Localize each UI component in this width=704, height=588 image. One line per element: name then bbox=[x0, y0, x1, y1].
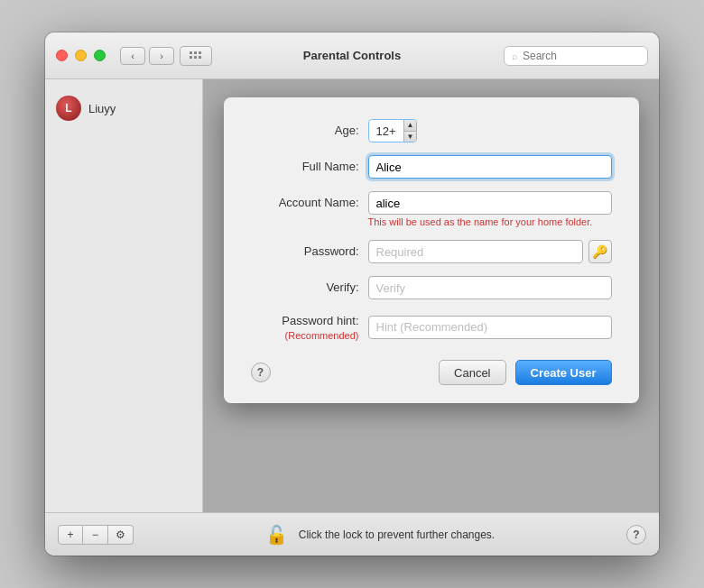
password-field-group: 🔑 bbox=[368, 240, 612, 263]
fullname-row: Full Name: bbox=[251, 155, 612, 179]
verify-input[interactable] bbox=[368, 276, 612, 299]
accountname-hint: This will be used as the name for your h… bbox=[251, 216, 612, 227]
window-title: Parental Controls bbox=[303, 49, 401, 62]
grid-button[interactable] bbox=[180, 46, 212, 66]
main-content: L Liuyy Manage parental controls from an… bbox=[45, 79, 659, 512]
modal-overlay: Age: 12+ ▲ ▼ Full Name: bbox=[203, 79, 659, 512]
search-icon: ⌕ bbox=[512, 51, 518, 61]
bottom-bar: + − ⚙ 🔓 Click the lock to prevent furthe… bbox=[45, 512, 659, 556]
sidebar-controls: + − ⚙ bbox=[58, 525, 134, 545]
close-button[interactable] bbox=[56, 50, 68, 61]
hint-input[interactable] bbox=[368, 316, 612, 339]
hint-sublabel: (Recommended) bbox=[251, 329, 359, 342]
accountname-row: Account Name: bbox=[251, 191, 612, 215]
key-icon: 🔑 bbox=[592, 244, 607, 259]
lock-icon[interactable]: 🔓 bbox=[265, 524, 288, 546]
password-label: Password: bbox=[251, 244, 368, 260]
password-row: Password: 🔑 bbox=[251, 240, 612, 263]
cancel-button[interactable]: Cancel bbox=[439, 360, 505, 385]
search-input[interactable] bbox=[523, 50, 640, 62]
sidebar: L Liuyy bbox=[45, 79, 203, 512]
grid-icon bbox=[190, 51, 202, 60]
traffic-lights bbox=[56, 50, 106, 61]
age-increment-button[interactable]: ▲ bbox=[404, 120, 417, 132]
modal-footer: ? Cancel Create User bbox=[251, 360, 612, 385]
create-user-modal: Age: 12+ ▲ ▼ Full Name: bbox=[224, 97, 639, 403]
password-input[interactable] bbox=[368, 240, 583, 263]
add-user-button[interactable]: + bbox=[58, 525, 83, 545]
nav-buttons: ‹ › bbox=[120, 47, 174, 65]
search-bar[interactable]: ⌕ bbox=[504, 46, 648, 66]
fullname-input[interactable] bbox=[368, 155, 612, 179]
accountname-label: Account Name: bbox=[251, 196, 368, 211]
lock-text: Click the lock to prevent further change… bbox=[299, 528, 495, 541]
password-reveal-button[interactable]: 🔑 bbox=[588, 240, 612, 263]
remove-user-button[interactable]: − bbox=[83, 525, 108, 545]
avatar: L bbox=[56, 96, 81, 121]
user-name: Liuyy bbox=[88, 102, 116, 115]
verify-row: Verify: bbox=[251, 276, 612, 299]
help-button[interactable]: ? bbox=[251, 363, 271, 382]
accountname-input[interactable] bbox=[368, 191, 612, 215]
main-window: ‹ › Parental Controls ⌕ L Liuyy bbox=[45, 32, 659, 556]
hint-row: Password hint: (Recommended) bbox=[251, 312, 612, 342]
verify-label: Verify: bbox=[251, 280, 368, 296]
content-area: Manage parental controls from another co… bbox=[203, 79, 659, 512]
sidebar-user-item[interactable]: L Liuyy bbox=[45, 90, 202, 126]
forward-button[interactable]: › bbox=[149, 47, 174, 65]
age-decrement-button[interactable]: ▼ bbox=[404, 132, 417, 142]
settings-button[interactable]: ⚙ bbox=[108, 525, 134, 545]
age-select-wrapper: 12+ ▲ ▼ bbox=[368, 119, 418, 142]
hint-label: Password hint: bbox=[251, 314, 359, 329]
back-button[interactable]: ‹ bbox=[120, 47, 145, 65]
maximize-button[interactable] bbox=[94, 50, 106, 61]
age-value: 12+ bbox=[369, 120, 403, 142]
age-spinners: ▲ ▼ bbox=[403, 120, 417, 142]
hint-label-group: Password hint: (Recommended) bbox=[251, 312, 368, 342]
modal-buttons: Cancel Create User bbox=[439, 360, 611, 385]
titlebar: ‹ › Parental Controls ⌕ bbox=[45, 32, 659, 79]
accountname-section: Account Name: This will be used as the n… bbox=[251, 191, 612, 227]
fullname-label: Full Name: bbox=[251, 160, 368, 175]
create-user-button[interactable]: Create User bbox=[515, 360, 612, 385]
age-row: Age: 12+ ▲ ▼ bbox=[251, 119, 612, 142]
age-label: Age: bbox=[251, 124, 368, 139]
help-button-bottom[interactable]: ? bbox=[626, 525, 646, 545]
minimize-button[interactable] bbox=[75, 50, 87, 61]
